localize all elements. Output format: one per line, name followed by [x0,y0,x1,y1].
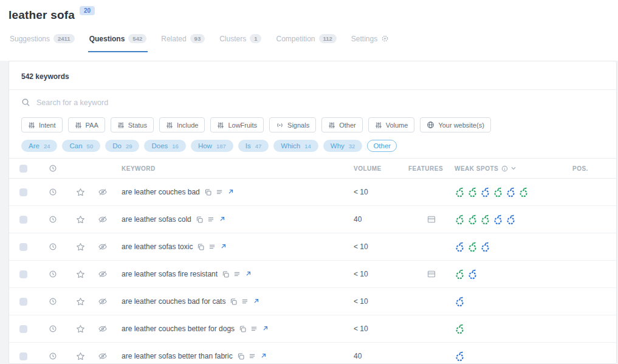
filter-button-status[interactable]: Status [111,117,154,132]
external-link-icon[interactable] [252,298,259,305]
list-icon[interactable] [249,352,256,360]
list-icon[interactable] [208,243,216,250]
star-icon[interactable] [76,215,85,224]
copy-icon[interactable] [196,216,204,224]
eye-off-icon[interactable] [98,297,108,306]
filter-button-signals[interactable]: Signals [269,117,316,132]
chip-which[interactable]: Which14 [273,140,318,152]
chip-do[interactable]: Do29 [105,140,139,152]
external-link-icon[interactable] [219,244,226,250]
weak-spot-fruit-icon-blue[interactable] [480,187,490,197]
column-header-features[interactable]: FEATURES [408,165,455,172]
row-checkbox[interactable] [19,243,27,251]
weak-spot-fruit-icon-blue[interactable] [455,241,465,252]
chip-other[interactable]: Other [367,140,397,152]
star-icon[interactable] [76,188,85,197]
copy-icon[interactable] [230,298,238,306]
row-checkbox[interactable] [19,352,27,360]
chip-can[interactable]: Can50 [62,140,100,152]
row-checkbox[interactable] [19,325,27,333]
list-icon[interactable] [216,188,223,196]
filter-button-volume[interactable]: Volume [368,117,415,132]
tab-clusters[interactable]: Clusters1 [218,32,263,52]
weak-spot-fruit-icon-blue[interactable] [493,214,503,225]
tab-questions[interactable]: Questions542 [88,32,148,52]
external-link-icon[interactable] [259,353,266,360]
row-checkbox[interactable] [19,270,27,278]
weak-spot-fruit-icon-green[interactable] [455,269,465,280]
list-icon[interactable] [233,270,241,278]
filter-button-paa[interactable]: PAA [68,117,105,132]
clock-icon[interactable] [49,352,57,360]
info-icon[interactable] [501,165,508,172]
clock-icon[interactable] [49,215,57,224]
copy-icon[interactable] [237,352,245,360]
filter-button-other[interactable]: Other [321,117,363,132]
filter-button-lowfruits[interactable]: LowFruits [210,117,264,132]
eye-off-icon[interactable] [98,242,108,251]
weak-spot-fruit-icon-green[interactable] [455,323,465,334]
clock-icon[interactable] [49,188,57,196]
row-checkbox[interactable] [19,298,27,306]
tab-suggestions[interactable]: Suggestions2411 [9,32,76,52]
weak-spot-fruit-icon-green[interactable] [455,187,465,197]
external-link-icon[interactable] [261,326,268,332]
clock-icon[interactable] [49,242,57,251]
filter-button-your-website-s-[interactable]: Your website(s) [420,117,490,132]
external-link-icon[interactable] [218,216,225,223]
column-header-keyword[interactable]: KEYWORD [114,165,354,172]
weak-spot-fruit-icon-green[interactable] [493,187,503,197]
eye-off-icon[interactable] [98,352,108,360]
chip-how[interactable]: How187 [191,140,233,152]
weak-spot-fruit-icon-green[interactable] [480,214,490,225]
weak-spot-fruit-icon-blue[interactable] [455,296,465,307]
select-all-checkbox[interactable] [19,165,27,173]
chip-is[interactable]: Is47 [238,140,269,152]
list-icon[interactable] [250,325,258,332]
weak-spot-fruit-icon-blue[interactable] [467,269,478,280]
eye-off-icon[interactable] [98,270,108,278]
tab-competition[interactable]: Competition112 [275,32,337,52]
weak-spot-fruit-icon-blue[interactable] [506,214,516,225]
copy-icon[interactable] [204,188,212,196]
external-link-icon[interactable] [227,189,233,196]
chip-are[interactable]: Are24 [21,140,57,152]
weak-spot-fruit-icon-blue[interactable] [506,187,516,197]
eye-off-icon[interactable] [98,188,108,196]
tab-settings[interactable]: Settings [350,32,390,52]
star-icon[interactable] [76,297,85,306]
external-link-icon[interactable] [244,271,251,278]
chip-why[interactable]: Why32 [323,140,363,152]
weak-spot-fruit-icon-green[interactable] [455,214,465,225]
copy-icon[interactable] [197,243,205,251]
weak-spot-fruit-icon-green[interactable] [467,187,478,197]
eye-off-icon[interactable] [98,325,108,333]
clock-icon[interactable] [49,164,57,173]
row-checkbox[interactable] [19,188,27,196]
weak-spot-fruit-icon-green[interactable] [467,214,478,225]
weak-spot-fruit-icon-blue[interactable] [455,351,465,362]
clock-icon[interactable] [49,270,57,278]
filter-button-intent[interactable]: Intent [21,117,63,132]
tab-related[interactable]: Related93 [160,32,206,52]
column-header-volume[interactable]: VOLUME [354,165,408,172]
star-icon[interactable] [76,270,85,279]
column-header-pos[interactable]: POS. [572,165,616,172]
list-icon[interactable] [241,298,249,305]
clock-icon[interactable] [49,325,57,333]
chip-does[interactable]: Does16 [144,140,185,152]
clock-icon[interactable] [49,297,57,306]
star-icon[interactable] [76,242,85,252]
star-icon[interactable] [76,325,85,334]
weak-spot-fruit-icon-green[interactable] [467,241,478,252]
search-input[interactable] [36,98,604,107]
copy-icon[interactable] [222,270,230,278]
star-icon[interactable] [76,352,85,361]
column-header-weak-spots[interactable]: WEAK SPOTS [455,165,572,172]
filter-button-include[interactable]: Include [159,117,205,132]
weak-spot-fruit-icon-green[interactable] [518,187,529,197]
eye-off-icon[interactable] [98,215,108,224]
row-checkbox[interactable] [19,216,27,224]
list-icon[interactable] [207,216,215,223]
copy-icon[interactable] [239,325,247,333]
